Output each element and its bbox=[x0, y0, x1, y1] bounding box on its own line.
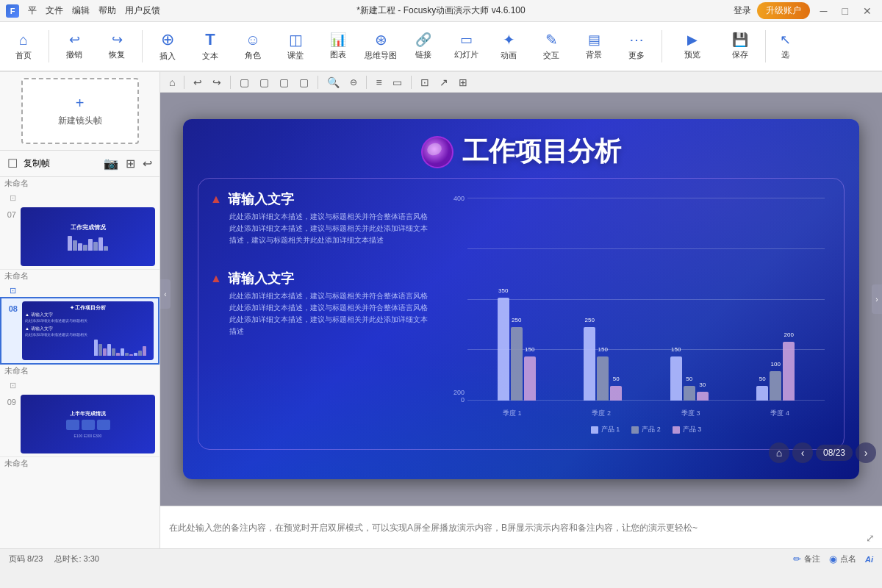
page-indicator: 08/23 bbox=[816, 445, 853, 461]
canvas-main[interactable]: 工作项目分析 ▲ 请输入文字 此处添加详细文本描述，建议与标题相关并符合整体语言… bbox=[160, 93, 882, 506]
camera-icon[interactable]: 📷 bbox=[102, 155, 120, 172]
tool-mindmap-label: 思维导图 bbox=[365, 50, 397, 61]
align-icon[interactable]: ≡ bbox=[373, 75, 384, 90]
bar-g1-p1-label: 350 bbox=[498, 287, 508, 294]
zoom-out-icon[interactable]: ⊖ bbox=[347, 76, 360, 89]
points-button[interactable]: ◉ 点名 bbox=[829, 553, 856, 564]
tool-link[interactable]: 🔗 链接 bbox=[403, 24, 444, 68]
grid-icon[interactable]: ⊞ bbox=[124, 155, 137, 172]
tool-undo[interactable]: ↩ 撤销 bbox=[54, 24, 95, 68]
tool-preview[interactable]: ▶ 预览 bbox=[667, 24, 718, 68]
tool-mindmap[interactable]: ⊛ 思维导图 bbox=[360, 24, 401, 68]
bar-chart: 400 200 0 bbox=[438, 190, 832, 437]
slide-item-09[interactable]: 09 上半年完成情况 E100 E200 E300 bbox=[0, 392, 159, 457]
notes-button[interactable]: ✏ 备注 bbox=[793, 553, 820, 564]
canvas-redo-icon[interactable]: ↪ bbox=[209, 75, 224, 90]
canvas-frame3-icon[interactable]: ▢ bbox=[276, 75, 292, 90]
expand-icon[interactable]: ↗ bbox=[437, 75, 451, 90]
bar-group-2: 250 150 50 bbox=[562, 327, 645, 401]
unnamed-label-top: 未命名 bbox=[0, 177, 159, 192]
bar-group-4: 50 100 200 bbox=[734, 342, 818, 401]
notes-btn-label: 备注 bbox=[804, 553, 820, 564]
y-label-200b: 200 bbox=[453, 389, 465, 396]
x-label-4: 季度 4 bbox=[770, 409, 789, 418]
layout-icon[interactable]: ▭ bbox=[390, 75, 405, 90]
tool-classroom[interactable]: ◫ 课堂 bbox=[275, 24, 316, 68]
tool-text[interactable]: T 文本 bbox=[190, 24, 231, 68]
table-icon[interactable]: ⊞ bbox=[456, 75, 470, 90]
section-1-title: 请输入文字 bbox=[228, 190, 294, 208]
interact-icon: ✎ bbox=[545, 32, 558, 47]
bar-g4-p2-label: 100 bbox=[771, 361, 781, 368]
notes-input[interactable] bbox=[169, 523, 873, 533]
bar-g2-p2-label: 150 bbox=[598, 346, 608, 353]
tool-insert[interactable]: ⊕ 插入 bbox=[147, 24, 188, 68]
canvas-frame-icon[interactable]: ▢ bbox=[237, 75, 252, 90]
nav-prev-button[interactable]: ‹ bbox=[792, 442, 813, 463]
canvas-frame2-icon[interactable]: ▢ bbox=[257, 75, 272, 90]
grid2-icon[interactable]: ⊡ bbox=[417, 75, 432, 90]
bar-g4-p3-label: 200 bbox=[784, 331, 794, 338]
tool-redo[interactable]: ↪ 恢复 bbox=[96, 24, 137, 68]
rotate-icon[interactable]: ↩ bbox=[141, 155, 154, 172]
menu-file[interactable]: 文件 bbox=[46, 4, 63, 17]
tool-home[interactable]: ⌂ 首页 bbox=[3, 24, 44, 68]
right-panel-collapse-button[interactable]: › bbox=[872, 284, 882, 314]
bar-g1-p3: 150 bbox=[524, 356, 536, 401]
minimize-button[interactable]: ─ bbox=[816, 5, 832, 17]
menu-ping[interactable]: 平 bbox=[28, 4, 37, 17]
sidebar-top: + 新建镜头帧 bbox=[0, 72, 159, 151]
nav-next-button[interactable]: › bbox=[856, 442, 876, 463]
bar-g2-p3: 50 bbox=[610, 386, 622, 401]
maximize-button[interactable]: □ bbox=[838, 5, 853, 17]
notes-expand-icon[interactable]: ⤢ bbox=[866, 532, 875, 544]
close-button[interactable]: ✕ bbox=[858, 5, 876, 17]
menu-feedback[interactable]: 用户反馈 bbox=[125, 4, 160, 17]
upgrade-button[interactable]: 升级账户 bbox=[757, 2, 810, 19]
copy-frame-icon[interactable]: ☐ bbox=[6, 155, 19, 172]
notes-icon: ✏ bbox=[793, 553, 801, 564]
bar-g3-p3-label: 30 bbox=[699, 381, 706, 388]
new-frame-button[interactable]: + 新建镜头帧 bbox=[21, 78, 139, 144]
sidebar-collapse-button[interactable]: ‹ bbox=[160, 279, 171, 309]
x-label-3: 季度 3 bbox=[681, 409, 700, 418]
ai-button[interactable]: Ai bbox=[865, 555, 873, 564]
bar-g3-p1-label: 150 bbox=[671, 346, 681, 353]
preview-icon: ▶ bbox=[687, 33, 698, 46]
canvas-home-icon[interactable]: ⌂ bbox=[166, 75, 178, 90]
tool-background[interactable]: ▤ 背景 bbox=[573, 24, 614, 68]
canvas-frame4-icon[interactable]: ▢ bbox=[296, 75, 312, 90]
tool-more[interactable]: ⋯ 更多 bbox=[616, 24, 657, 68]
bar-g4-p1-label: 50 bbox=[759, 376, 766, 382]
home-icon: ⌂ bbox=[19, 32, 28, 47]
login-button[interactable]: 登录 bbox=[734, 4, 751, 17]
section-1-body: 此处添加详细文本描述，建议与标题相关并符合整体语言风格此处添加详细文本描述，建议… bbox=[229, 211, 431, 246]
slide-thumb-09: 上半年完成情况 E100 E200 E300 bbox=[21, 395, 155, 453]
tool-interact[interactable]: ✎ 交互 bbox=[531, 24, 572, 68]
canvas-sep-3 bbox=[318, 76, 318, 89]
bar-g4-p1: 50 bbox=[756, 386, 768, 401]
tool-slide[interactable]: ▭ 幻灯片 bbox=[445, 24, 487, 68]
slide-num-07: 07 bbox=[4, 207, 16, 219]
tool-save[interactable]: 💾 保存 bbox=[720, 24, 761, 68]
slide-item-08[interactable]: 08 ✦ 工作项目分析 ▲ 请输入文字 此处添加详细文本描述建议与标题相关 ▲ … bbox=[0, 297, 159, 365]
tool-chart[interactable]: 📊 图表 bbox=[318, 24, 359, 68]
tool-animation[interactable]: ✦ 动画 bbox=[488, 24, 529, 68]
menu-help[interactable]: 帮助 bbox=[98, 4, 116, 17]
legend-item-2: 产品 2 bbox=[631, 425, 661, 434]
section-2-header: ▲ 请输入文字 bbox=[210, 270, 431, 287]
slide-item-07[interactable]: 07 工作完成情况 bbox=[0, 204, 159, 270]
tool-preview-label: 预览 bbox=[684, 49, 700, 60]
nav-home-button[interactable]: ⌂ bbox=[769, 442, 789, 463]
legend-item-1: 产品 1 bbox=[591, 425, 620, 434]
tool-select[interactable]: ↖ 选 bbox=[770, 24, 800, 68]
canvas-undo-icon[interactable]: ↩ bbox=[190, 75, 205, 90]
x-label-1: 季度 1 bbox=[503, 409, 522, 418]
classroom-icon: ◫ bbox=[289, 32, 303, 47]
menu-edit[interactable]: 编辑 bbox=[72, 4, 90, 17]
tool-link-label: 链接 bbox=[415, 49, 431, 60]
statusbar: 页码 8/23 总时长: 3:30 ✏ 备注 ◉ 点名 Ai bbox=[0, 548, 882, 569]
zoom-in-icon[interactable]: 🔍 bbox=[324, 75, 343, 90]
tool-select-label: 选 bbox=[781, 49, 789, 60]
tool-character[interactable]: ☺ 角色 bbox=[232, 24, 273, 68]
